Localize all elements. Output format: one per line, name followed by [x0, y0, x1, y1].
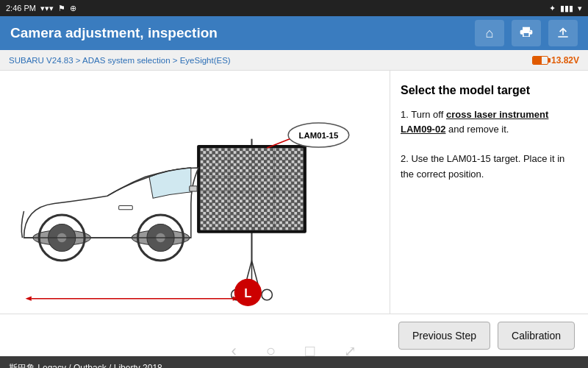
battery-icon-visual [532, 56, 548, 65]
step1: 1. Turn off cross laser instrument LAM09… [401, 107, 576, 137]
battery-info: 13.82V [532, 55, 579, 66]
svg-text:L: L [244, 286, 251, 300]
page-title: Camera adjustment, inspection [10, 25, 218, 41]
instructions-panel: Select the model target 1. Turn off cros… [390, 71, 588, 314]
battery-fill [533, 57, 542, 64]
svg-marker-39 [26, 297, 32, 301]
status-right: ✦ ▮▮▮ ▾ [549, 4, 582, 13]
export-icon [556, 26, 570, 40]
previous-step-button[interactable]: Previous Step [398, 322, 490, 350]
main-content: LAM01-15 [0, 71, 588, 314]
back-nav-button[interactable]: ‹ [232, 342, 237, 361]
footer-car-info: 斯巴鲁 Legacy / Outback / Liberty 2018 VIN … [9, 362, 162, 369]
breadcrumb: SUBARU V24.83 > ADAS system selection > … [0, 50, 588, 71]
wifi-icon: ⚑ [58, 4, 65, 13]
step1-suffix: and remove it. [445, 124, 509, 135]
bluetooth-icon: ✦ [549, 4, 556, 13]
print-button[interactable] [512, 20, 541, 46]
fullscreen-nav-button[interactable]: ⤢ [344, 342, 356, 360]
home-nav-button[interactable]: ○ [266, 342, 276, 361]
battery-voltage: 13.82V [551, 55, 579, 66]
battery-icon: ▮▮▮ [560, 4, 573, 13]
status-bar: 2:46 PM ▾▾▾ ⚑ ⊕ ✦ ▮▮▮ ▾ [0, 0, 588, 16]
header-icons: ⌂ [475, 20, 578, 46]
step2: 2. Use the LAM01-15 target. Place it in … [401, 152, 576, 181]
calibration-button[interactable]: Calibration [498, 322, 575, 350]
svg-text:LAM01-15: LAM01-15 [299, 131, 339, 140]
svg-point-2 [262, 289, 272, 300]
status-left: 2:46 PM ▾▾▾ ⚑ ⊕ [6, 4, 76, 13]
export-button[interactable] [548, 20, 578, 46]
instructions-body: 1. Turn off cross laser instrument LAM09… [401, 107, 576, 182]
header: Camera adjustment, inspection ⌂ [0, 16, 588, 50]
diagram-svg: LAM01-15 [7, 78, 382, 306]
extra-icon: ⊕ [70, 4, 76, 13]
network-icon: ▾ [578, 4, 582, 13]
nav-bar: ‹ ○ □ ⤢ [232, 342, 357, 361]
car-model: 斯巴鲁 Legacy / Outback / Liberty 2018 [9, 362, 162, 369]
home-button[interactable]: ⌂ [475, 20, 504, 46]
instructions-title: Select the model target [401, 84, 576, 97]
time: 2:46 PM [6, 4, 36, 13]
print-icon [519, 26, 534, 40]
breadcrumb-text: SUBARU V24.83 > ADAS system selection > … [9, 56, 231, 65]
signal-icon: ▾▾▾ [40, 4, 54, 13]
svg-rect-33 [190, 186, 197, 191]
recent-nav-button[interactable]: □ [305, 342, 315, 361]
diagram-area: LAM01-15 [0, 71, 390, 314]
step1-prefix: 1. Turn off [401, 109, 446, 120]
